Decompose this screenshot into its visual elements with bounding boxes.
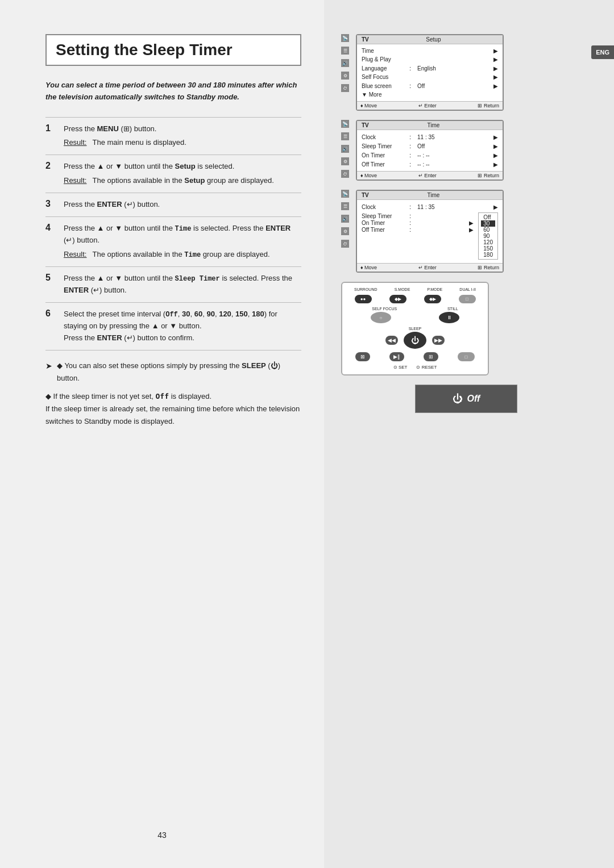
footer-enter-2: ↵ Enter (418, 173, 437, 178)
side-icons-3: 📡 ☰ 🔊 ⚙ ⏱ (341, 190, 349, 248)
step-number-5: 5 (45, 273, 57, 297)
screen3-title: Time (427, 192, 439, 198)
row-label-on3: On Timer (362, 220, 407, 226)
row-arrow-sleep2: ▶ (493, 143, 498, 149)
screen1-row-lang: Language : English ▶ (357, 64, 503, 73)
row-arrow-on2: ▶ (493, 152, 498, 158)
row-label-plug: Plug & Play (362, 56, 407, 62)
note-arrow: ➤ ◆ You can also set these options simpl… (45, 360, 301, 385)
step-content-1: Press the MENU (⊞) button. Result: The m… (64, 123, 301, 149)
step-content-3: Press the ENTER (↵) button. (64, 199, 301, 211)
remote-btn-surround[interactable]: ●● (355, 295, 372, 303)
row-arrow-on3: ▶ (469, 220, 474, 226)
footer-move-3: ♦ Move (360, 265, 377, 270)
remote-control: SURROUND S.MODE P.MODE DUAL I-II ●● ◆▶ ◆… (341, 282, 489, 375)
step-number-6: 6 (45, 308, 57, 344)
row-arrow-blue: ▶ (493, 83, 498, 89)
screen2-row-clock: Clock : 11 : 35 ▶ (357, 132, 503, 141)
result-text-1: The main menu is displayed. (92, 137, 186, 149)
row-value-clock3: 11 : 35 (417, 204, 435, 210)
step-content-2: Press the ▲ or ▼ button until the Setup … (64, 161, 301, 187)
page-container: Setting the Sleep Timer You can select a… (0, 0, 614, 868)
side-icons-1: 📡 ☰ 🔊 ⚙ ⏱ (341, 34, 349, 92)
sleep-display-wrapper: ⏻ Off (341, 385, 591, 413)
screen1: TV Setup Time ▶ Plug & Play ▶ Language (356, 34, 504, 111)
footer-return-1: ⊞ Return (478, 103, 499, 108)
step-extra-6: Press the ENTER (↵) button to confirm. (64, 333, 194, 342)
screen2-title: Time (427, 122, 439, 128)
screen3-wrapper: 📡 ☰ 🔊 ⚙ ⏱ TV Time Clock : 11 : 35 ▶ (341, 190, 591, 273)
remote-btn-b3[interactable]: ⊞ (424, 352, 438, 361)
page-number: 43 (157, 831, 167, 840)
screen1-wrapper: 📡 ☰ 🔊 ⚙ ⏱ TV Setup Time ▶ (341, 34, 591, 111)
result-label-4: Result: (64, 249, 86, 261)
eng-badge: ENG (591, 45, 614, 59)
note-text-2: ◆ If the sleep timer is not yet set, Off… (45, 390, 301, 428)
row-label-on2: On Timer (362, 152, 407, 158)
page-title: Setting the Sleep Timer (45, 34, 301, 66)
row-label-self: Self Focus (362, 74, 407, 80)
step-instruction-4: Press the ▲ or ▼ button until the Time i… (64, 224, 291, 244)
reset-label: ⊙ RESET (416, 365, 437, 370)
footer-move-2: ♦ Move (360, 173, 377, 178)
dropdown-180: 180 (481, 252, 495, 258)
screen3-row-on: On Timer : ▶ (362, 219, 474, 226)
screen3-row-off: Off Timer : ▶ (362, 226, 474, 233)
remote-btn-rewind[interactable]: ◀◀ (385, 336, 398, 345)
remote-btn-fastfwd[interactable]: ▶▶ (432, 336, 445, 345)
dropdown-90: 90 (481, 233, 495, 239)
remote-btn-sleep[interactable]: ⏻ (404, 332, 426, 349)
note-diamond: ◆ If the sleep timer is not yet set, Off… (45, 390, 301, 428)
screen1-row-more: ▼ More (357, 90, 503, 99)
row-arrow-plug: ▶ (493, 56, 498, 62)
step-instruction-1: Press the MENU (⊞) button. (64, 124, 156, 133)
step-2: 2 Press the ▲ or ▼ button until the Setu… (45, 155, 301, 193)
step-content-4: Press the ▲ or ▼ button until the Time i… (64, 223, 301, 261)
remote-mid-labels: SELF FOCUS STILL (347, 307, 483, 311)
step-5: 5 Press the ▲ or ▼ button until the Slee… (45, 267, 301, 303)
remote-label-smode: S.MODE (395, 287, 410, 291)
dropdown-30: 30 (481, 220, 495, 227)
screen2-tv-label: TV (362, 122, 369, 128)
dropdown-60: 60 (481, 227, 495, 233)
footer-return-3: ⊞ Return (478, 265, 499, 270)
result-label-2: Result: (64, 175, 86, 187)
screen1-row-plug: Plug & Play ▶ (357, 55, 503, 64)
step-instruction-6: Select the preset time interval (Off, 30… (64, 310, 277, 330)
footer-move-1: ♦ Move (360, 103, 377, 108)
remote-btn-b4[interactable]: □ (458, 352, 475, 361)
timer-icon-3: ⏱ (341, 240, 349, 248)
remote-btn-b1[interactable]: ⊠ (355, 352, 370, 361)
screen1-title: Setup (426, 36, 441, 43)
remote-label-dual: DUAL I-II (459, 287, 476, 291)
remote-btn-pmode[interactable]: ◆▶ (424, 295, 441, 303)
screen2-row-sleep: Sleep Timer : Off ▶ (357, 141, 503, 151)
remote-btn-self-focus[interactable]: ○ (371, 312, 391, 323)
set-label: ⊙ SET (393, 365, 408, 370)
sleep-dropdown: Off 30 60 90 120 150 180 (478, 212, 498, 260)
remote-btn-play[interactable]: ▶‖ (389, 352, 404, 361)
result-text-4: The options available in the Time group … (92, 249, 269, 261)
result-label-1: Result: (64, 137, 86, 149)
step-4: 4 Press the ▲ or ▼ button until the Time… (45, 217, 301, 267)
notes-section: ➤ ◆ You can also set these options simpl… (45, 350, 301, 443)
settings-icon-1: ⚙ (341, 72, 349, 80)
row-arrow-lang: ▶ (493, 65, 498, 72)
remote-btn-still[interactable]: ⏸ (439, 312, 459, 323)
step-content-5: Press the ▲ or ▼ button until the Sleep … (64, 273, 301, 297)
steps-container: 1 Press the MENU (⊞) button. Result: The… (45, 117, 301, 350)
row-arrow-off2: ▶ (493, 161, 498, 168)
remote-btn-smode[interactable]: ◆▶ (389, 295, 406, 303)
step-instruction-3: Press the ENTER (↵) button. (64, 200, 160, 208)
screen3-row-clock: Clock : 11 : 35 ▶ (357, 202, 503, 211)
screen2-row-off: Off Timer : -- : -- ▶ (357, 160, 503, 169)
sleep-label: SLEEP (347, 327, 483, 331)
row-label-off3: Off Timer (362, 227, 407, 233)
row-label-clock3: Clock (362, 204, 407, 210)
remote-btn-dual[interactable]: □ (459, 295, 476, 303)
row-value-on2: -- : -- (417, 152, 430, 158)
dropdown-120: 120 (481, 239, 495, 245)
timer-icon-1: ⏱ (341, 84, 349, 92)
side-icons-2: 📡 ☰ 🔊 ⚙ ⏱ (341, 120, 349, 178)
remote-top-row: SURROUND S.MODE P.MODE DUAL I-II (347, 287, 483, 291)
